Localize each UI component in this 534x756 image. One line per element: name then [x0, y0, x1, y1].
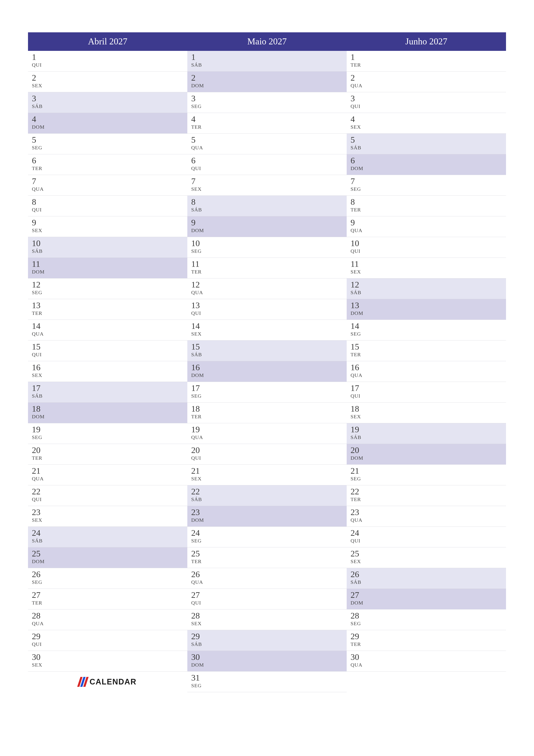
day-number: 15: [191, 342, 347, 351]
day-abbrev: SÁB: [350, 145, 506, 150]
brand-logo: CALENDAR: [28, 671, 187, 692]
day-abbrev: QUA: [191, 434, 347, 440]
month-days: 1TER2QUA3QUI4SEX5SÁB6DOM7SEG8TER9QUA10QU…: [347, 51, 506, 671]
day-row: 14SEG: [347, 320, 506, 340]
day-number: 3: [32, 94, 187, 103]
day-row: 13QUI: [187, 299, 347, 320]
day-number: 14: [191, 322, 347, 331]
day-number: 29: [191, 632, 347, 641]
day-number: 18: [191, 404, 347, 413]
day-row: 7SEX: [187, 175, 347, 196]
day-row: 19SEG: [28, 423, 187, 444]
day-abbrev: SEX: [32, 662, 187, 668]
day-number: 26: [191, 570, 347, 579]
day-number: 1: [191, 53, 347, 62]
day-abbrev: DOM: [32, 558, 187, 564]
day-abbrev: SEG: [350, 186, 506, 192]
day-number: 28: [350, 611, 506, 620]
day-abbrev: TER: [350, 352, 506, 358]
day-row: 8QUI: [28, 196, 187, 216]
day-abbrev: DOM: [350, 310, 506, 316]
day-abbrev: TER: [350, 62, 506, 68]
day-number: 13: [350, 301, 506, 310]
day-number: 25: [191, 549, 347, 558]
day-number: 8: [350, 198, 506, 206]
day-row: 28SEX: [187, 609, 347, 630]
day-abbrev: QUI: [350, 538, 506, 544]
day-row: 15TER: [347, 340, 506, 361]
day-number: 8: [191, 198, 347, 206]
day-abbrev: SÁB: [191, 207, 347, 213]
day-abbrev: TER: [191, 269, 347, 275]
day-number: 27: [350, 590, 506, 600]
day-row: 14SEX: [187, 320, 347, 340]
day-row: 11DOM: [28, 258, 187, 279]
day-row: 13TER: [28, 299, 187, 320]
day-abbrev: SEG: [32, 290, 187, 295]
day-number: 25: [350, 549, 506, 558]
day-abbrev: SEG: [191, 103, 347, 109]
day-number: 5: [191, 135, 347, 145]
day-abbrev: QUA: [32, 476, 187, 482]
day-row: 23QUA: [347, 506, 506, 527]
day-row: 18TER: [187, 403, 347, 423]
day-number: 7: [350, 177, 506, 186]
day-row: 27QUI: [187, 589, 347, 609]
day-number: 13: [32, 301, 187, 310]
day-number: 3: [191, 94, 347, 103]
day-abbrev: SEX: [191, 331, 347, 337]
day-abbrev: DOM: [191, 517, 347, 523]
day-abbrev: SÁB: [32, 393, 187, 399]
day-number: 23: [32, 508, 187, 517]
day-abbrev: TER: [191, 124, 347, 130]
month-days: 1QUI2SEX3SÁB4DOM5SEG6TER7QUA8QUI9SEX10SÁ…: [28, 51, 187, 671]
month-column-junho: Junho 2027 1TER2QUA3QUI4SEX5SÁB6DOM7SEG8…: [347, 32, 506, 692]
day-number: 10: [191, 239, 347, 248]
day-number: 1: [32, 53, 187, 62]
day-row: 16QUA: [347, 361, 506, 382]
day-row: 11TER: [187, 258, 347, 279]
day-number: 9: [32, 218, 187, 227]
day-number: 6: [191, 156, 347, 165]
day-number: 31: [191, 673, 347, 682]
day-abbrev: TER: [350, 207, 506, 213]
day-row: 23SEX: [28, 506, 187, 527]
day-number: 17: [350, 384, 506, 393]
day-abbrev: QUI: [191, 600, 347, 606]
day-abbrev: QUA: [350, 517, 506, 523]
brand-name: CALENDAR: [89, 677, 137, 687]
day-row: 21SEX: [187, 465, 347, 485]
day-abbrev: QUI: [32, 497, 187, 502]
day-abbrev: SÁB: [191, 497, 347, 502]
day-number: 16: [191, 363, 347, 372]
day-number: 30: [32, 653, 187, 662]
month-header: Maio 2027: [187, 32, 347, 51]
day-number: 14: [32, 322, 187, 331]
day-row: 25DOM: [28, 547, 187, 568]
day-number: 12: [32, 280, 187, 289]
day-number: 24: [32, 528, 187, 537]
day-number: 1: [350, 53, 506, 62]
day-abbrev: SEG: [350, 621, 506, 627]
day-number: 21: [32, 466, 187, 475]
day-number: 7: [32, 177, 187, 186]
day-row: 10SEG: [187, 237, 347, 258]
day-abbrev: SEX: [32, 517, 187, 523]
day-abbrev: SEG: [350, 331, 506, 337]
day-number: 28: [32, 611, 187, 620]
seven-icon: [77, 677, 89, 687]
day-number: 24: [191, 528, 347, 537]
day-row: 12SÁB: [347, 279, 506, 299]
day-number: 17: [32, 384, 187, 393]
day-number: 3: [350, 94, 506, 103]
day-row: 20TER: [28, 444, 187, 465]
day-row: 24QUI: [347, 527, 506, 547]
day-row: 27TER: [28, 589, 187, 609]
day-row: 3SEG: [187, 92, 347, 113]
day-abbrev: QUI: [350, 393, 506, 399]
day-abbrev: QUA: [191, 290, 347, 295]
day-abbrev: QUA: [32, 186, 187, 192]
day-row: 13DOM: [347, 299, 506, 320]
day-row: 9SEX: [28, 216, 187, 237]
day-row: 26SÁB: [347, 568, 506, 589]
